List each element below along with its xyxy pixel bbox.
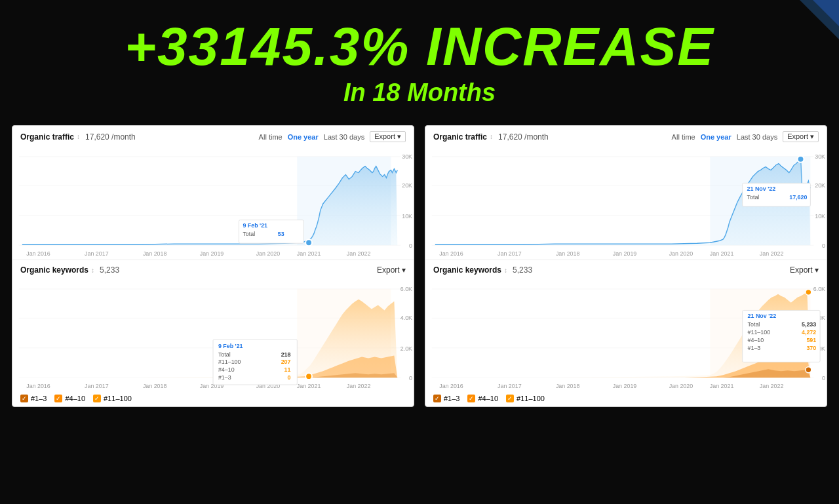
left-kw-label: Organic keywords	[20, 265, 88, 275]
svg-text:#1–3: #1–3	[748, 345, 761, 351]
svg-text:Jan 2016: Jan 2016	[26, 383, 50, 389]
svg-text:10K: 10K	[402, 213, 412, 220]
svg-text:#4–10: #4–10	[218, 366, 235, 373]
left-nav-alltime[interactable]: All time	[259, 133, 283, 141]
right-keywords-header: Organic keywords ↕ 5,233 Export ▾	[425, 260, 827, 277]
right-kw-export[interactable]: Export ▾	[790, 265, 819, 275]
hero-subtitle: In 18 Months	[0, 79, 839, 107]
right-check-11-100: ✓	[506, 395, 514, 402]
left-keywords-svg: 6.0K 4.0K 2.0K 0 Jan 2016 Jan 2017 Jan 2…	[12, 277, 414, 392]
right-nav-oneyear[interactable]: One year	[701, 133, 732, 141]
svg-text:Jan 2020: Jan 2020	[669, 250, 693, 257]
svg-text:0: 0	[409, 375, 412, 381]
left-label-4-10: #4–10	[65, 395, 85, 402]
svg-text:10K: 10K	[815, 213, 825, 220]
svg-point-43	[305, 373, 312, 379]
svg-point-71	[798, 156, 804, 163]
left-keywords-header: Organic keywords ↕ 5,233 Export ▾	[12, 260, 414, 277]
svg-text:Jan 2016: Jan 2016	[26, 250, 50, 257]
svg-text:20K: 20K	[402, 182, 412, 189]
svg-text:Jan 2022: Jan 2022	[760, 250, 784, 257]
svg-text:207: 207	[281, 359, 291, 365]
left-legend-1-3: ✓ #1–3	[20, 395, 47, 402]
svg-text:53: 53	[278, 231, 284, 237]
left-check-4-10: ✓	[54, 395, 62, 402]
right-check-4-10: ✓	[467, 395, 475, 402]
right-keywords-svg: 6.0K 4.0K 2.0K 0 Jan 2016 Jan 2017 Jan 2…	[425, 277, 827, 392]
svg-text:Total: Total	[748, 321, 760, 328]
svg-text:4.0K: 4.0K	[400, 315, 412, 321]
left-label-11-100: #11–100	[104, 395, 132, 402]
svg-text:Jan 2018: Jan 2018	[556, 250, 580, 257]
svg-text:370: 370	[806, 345, 816, 351]
svg-text:Jan 2019: Jan 2019	[613, 250, 637, 257]
svg-text:#11–100: #11–100	[748, 329, 771, 336]
svg-text:0: 0	[822, 242, 825, 249]
svg-text:Total: Total	[218, 351, 231, 358]
svg-text:Jan 2022: Jan 2022	[347, 383, 371, 389]
svg-text:Jan 2017: Jan 2017	[85, 250, 109, 257]
right-traffic-header: Organic traffic ↕ 17,620 /month All time…	[425, 126, 827, 145]
svg-text:Jan 2022: Jan 2022	[760, 383, 784, 389]
svg-text:6.0K: 6.0K	[813, 286, 825, 292]
left-kw-value: 5,233	[100, 265, 119, 275]
svg-text:21 Nov '22: 21 Nov '22	[748, 313, 777, 319]
left-kw-export[interactable]: Export ▾	[377, 265, 406, 275]
left-traffic-chart-area: 30K 20K 10K 0 Jan 2016 Jan 2017 Jan 2018…	[12, 145, 414, 260]
left-traffic-header: Organic traffic ↕ 17,620 /month All time…	[12, 126, 414, 145]
charts-row: Organic traffic ↕ 17,620 /month All time…	[0, 113, 839, 407]
svg-text:17,620: 17,620	[789, 194, 807, 201]
left-traffic-nav: All time One year Last 30 days Export ▾	[259, 131, 406, 142]
left-kw-legend: ✓ #1–3 ✓ #4–10 ✓ #11–100	[12, 392, 414, 406]
right-keywords-chart-area: 6.0K 4.0K 2.0K 0 Jan 2016 Jan 2017 Jan 2…	[425, 277, 827, 392]
right-kw-legend: ✓ #1–3 ✓ #4–10 ✓ #11–100	[425, 392, 827, 406]
svg-text:#4–10: #4–10	[748, 337, 764, 343]
svg-text:Jan 2018: Jan 2018	[556, 383, 580, 389]
svg-text:30K: 30K	[402, 153, 412, 160]
svg-text:Jan 2019: Jan 2019	[613, 383, 637, 389]
right-label-4-10: #4–10	[478, 395, 498, 402]
right-label-1-3: #1–3	[444, 395, 459, 402]
right-panel: Organic traffic ↕ 17,620 /month All time…	[425, 125, 827, 407]
svg-text:Jan 2020: Jan 2020	[669, 383, 693, 389]
right-traffic-export[interactable]: Export ▾	[783, 131, 819, 142]
svg-text:Jan 2018: Jan 2018	[143, 383, 167, 389]
svg-text:2.0K: 2.0K	[400, 345, 412, 352]
hero-section: +33145.3% INCREASE In 18 Months	[0, 0, 839, 107]
svg-point-97	[806, 367, 811, 373]
right-legend-4-10: ✓ #4–10	[467, 395, 498, 402]
svg-text:Jan 2021: Jan 2021	[297, 383, 321, 389]
svg-text:5,233: 5,233	[802, 321, 816, 328]
right-legend-11-100: ✓ #11–100	[506, 395, 545, 402]
left-traffic-value: 17,620 /month	[85, 132, 136, 142]
right-nav-alltime[interactable]: All time	[672, 133, 695, 141]
svg-text:6.0K: 6.0K	[400, 286, 412, 292]
left-legend-4-10: ✓ #4–10	[54, 395, 85, 402]
svg-text:20K: 20K	[815, 182, 825, 189]
svg-text:0: 0	[409, 242, 412, 249]
svg-text:Jan 2016: Jan 2016	[439, 383, 463, 389]
left-traffic-label: Organic traffic	[20, 132, 74, 142]
svg-text:Jan 2017: Jan 2017	[85, 383, 109, 389]
svg-text:#11–100: #11–100	[218, 359, 241, 365]
svg-text:9 Feb '21: 9 Feb '21	[218, 343, 243, 349]
right-nav-last30[interactable]: Last 30 days	[737, 133, 777, 141]
top-right-decoration	[760, 0, 839, 39]
svg-text:Jan 2016: Jan 2016	[439, 250, 463, 257]
right-traffic-chart-area: 30K 20K 10K 0 Jan 2016 Jan 2017 Jan 2018…	[425, 145, 827, 260]
svg-point-95	[806, 289, 811, 295]
svg-text:Jan 2018: Jan 2018	[143, 250, 167, 257]
left-nav-oneyear[interactable]: One year	[288, 133, 319, 141]
svg-text:Total: Total	[747, 194, 760, 201]
left-nav-last30[interactable]: Last 30 days	[324, 133, 364, 141]
svg-text:Jan 2021: Jan 2021	[297, 250, 321, 257]
svg-text:Jan 2021: Jan 2021	[710, 250, 734, 257]
svg-text:218: 218	[281, 351, 291, 358]
svg-text:Jan 2020: Jan 2020	[256, 250, 281, 257]
svg-text:11: 11	[284, 366, 291, 373]
right-label-11-100: #11–100	[517, 395, 545, 402]
svg-text:Total: Total	[243, 231, 255, 237]
right-traffic-label: Organic traffic	[433, 132, 487, 142]
right-kw-label: Organic keywords	[433, 265, 501, 275]
left-traffic-export[interactable]: Export ▾	[370, 131, 406, 142]
